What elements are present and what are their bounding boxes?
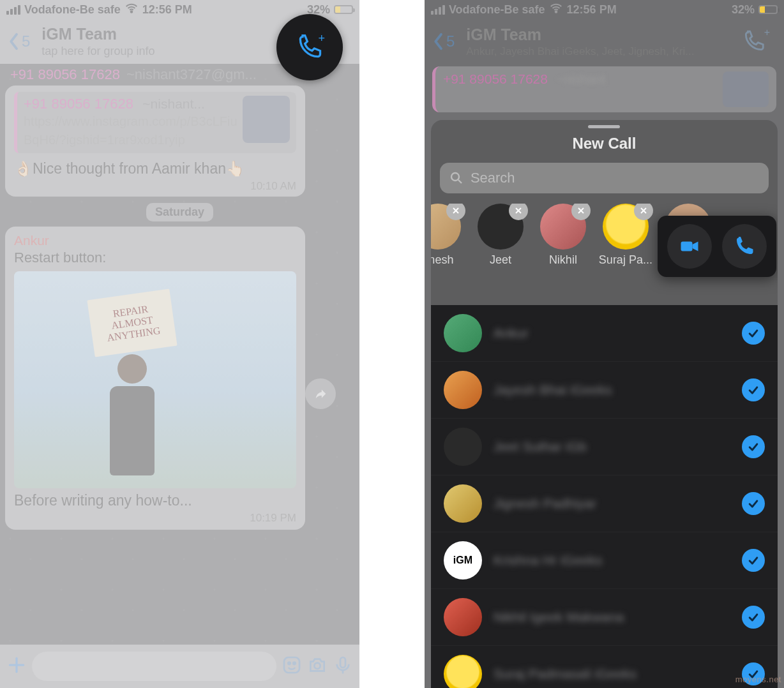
clock-label: 12:56 PM: [567, 3, 617, 17]
dimmed-chat-preview: +91 89056 17628 ~nishant: [432, 66, 776, 117]
wifi-icon: [549, 1, 563, 19]
signal-icon: [431, 5, 445, 15]
search-placeholder: Search: [471, 170, 515, 186]
watermark: moyens.net: [735, 675, 781, 684]
participant-name: Jeet: [471, 253, 531, 267]
stub-phone: +91 89056 17628: [443, 71, 548, 87]
contact-name: Jayesh Bhai iGeeks: [494, 382, 730, 398]
header-title-area[interactable]: iGM Team Ankur, Jayesh Bhai iGeeks, Jeet…: [466, 26, 776, 58]
battery-pct-label: 32%: [732, 3, 755, 17]
svg-point-9: [555, 11, 557, 13]
video-call-button[interactable]: [667, 224, 712, 269]
quote-link[interactable]: https://www.instagram.com/p/B3cLFiuBqH6/…: [24, 112, 237, 149]
participant-name: Suraj Pa...: [596, 253, 656, 267]
clock-label: 12:56 PM: [142, 3, 192, 17]
contact-row[interactable]: iGM Krishna Hr iGeeks: [431, 532, 778, 589]
svg-point-0: [130, 11, 132, 13]
message-bubble[interactable]: +91 89056 17628 ~nishant... https://www.…: [5, 86, 305, 197]
forward-button[interactable]: [305, 378, 336, 409]
contact-row[interactable]: Suraj Padmasali iGeeks: [431, 646, 778, 688]
selected-participant[interactable]: Suraj Pa...: [596, 204, 656, 267]
svg-rect-7: [340, 657, 345, 668]
svg-point-5: [293, 662, 295, 664]
mic-button[interactable]: [333, 655, 353, 678]
checked-icon[interactable]: [742, 322, 765, 345]
contact-row[interactable]: Nikhil Igeek Makwana: [431, 589, 778, 646]
remove-button[interactable]: [634, 204, 653, 220]
contact-name: Krishna Hr iGeeks: [494, 553, 730, 568]
contact-row[interactable]: Ankur: [431, 305, 778, 362]
chat-title: iGM Team: [466, 26, 776, 44]
participant-name: gnesh: [431, 253, 468, 267]
selected-participant[interactable]: Nikhil: [533, 204, 593, 267]
quote-phone: +91 89056 17628: [24, 96, 133, 112]
sign-in-image: REPAIR ALMOST ANYTHING: [87, 289, 177, 357]
participant-name: Nikhil: [533, 253, 593, 267]
message-image[interactable]: REPAIR ALMOST ANYTHING: [14, 271, 296, 488]
contact-list[interactable]: Ankur Jayesh Bhai iGeeks Jeet Suthar iGb…: [431, 305, 778, 688]
checked-icon[interactable]: [742, 606, 765, 629]
attach-button[interactable]: [6, 655, 27, 678]
call-type-actions: [658, 216, 776, 277]
chat-subtitle: Ankur, Jayesh Bhai iGeeks, Jeet, Jignesh…: [466, 45, 776, 58]
selected-participant[interactable]: gnesh: [431, 204, 468, 267]
quote-block[interactable]: +91 89056 17628 ~nishant... https://www.…: [14, 92, 296, 153]
avatar: [444, 428, 482, 466]
avatar: [444, 655, 482, 688]
checked-icon[interactable]: [742, 492, 765, 515]
camera-button[interactable]: [307, 655, 328, 678]
contact-name: Nikhil Igeek Makwana: [494, 609, 730, 625]
right-screenshot: Vodafone-Be safe 12:56 PM 32% 5 iGM Team…: [425, 0, 784, 688]
contact-row[interactable]: Jayesh Bhai iGeeks: [431, 362, 778, 419]
wifi-icon: [124, 1, 139, 19]
svg-rect-3: [284, 657, 299, 673]
svg-point-6: [314, 663, 320, 669]
svg-point-4: [288, 662, 290, 664]
message-caption: Before writing any how-to...: [14, 492, 296, 509]
grabber-icon[interactable]: [588, 125, 620, 128]
search-icon: [449, 170, 464, 186]
remove-button[interactable]: [446, 204, 465, 220]
cutoff-phone: +91 89056 17628: [10, 66, 120, 83]
svg-line-11: [458, 180, 462, 183]
checked-icon[interactable]: [742, 378, 765, 401]
message-time: 10:10 AM: [14, 180, 296, 193]
carrier-label: Vodafone-Be safe: [24, 3, 121, 17]
contact-row[interactable]: Jignesh Padhiyar: [431, 475, 778, 532]
voice-call-button[interactable]: [722, 224, 767, 269]
quote-thumbnail: [243, 96, 290, 143]
message-text: 👌🏻Nice thought from Aamir khan👆🏻: [14, 158, 296, 179]
remove-button[interactable]: [571, 204, 591, 220]
chat-body[interactable]: +91 89056 17628 ~nishant3727@gm... +91 8…: [0, 64, 359, 645]
contact-name: Ankur: [494, 325, 730, 341]
avatar: iGM: [444, 541, 482, 580]
sheet-title: New Call: [431, 135, 778, 153]
message-input[interactable]: [32, 652, 276, 681]
remove-button[interactable]: [509, 204, 528, 220]
stub-thumbnail: [723, 71, 769, 107]
sticker-button[interactable]: [282, 655, 302, 678]
chat-header: 5 iGM Team Ankur, Jayesh Bhai iGeeks, Je…: [425, 19, 784, 64]
message-time: 10:19 PM: [14, 512, 296, 525]
back-button[interactable]: 5: [432, 32, 455, 51]
back-count-label: 5: [22, 33, 30, 50]
signal-icon: [6, 5, 20, 15]
new-call-sheet: New Call Search gnesh Jeet Nikhil: [431, 120, 778, 688]
selected-participant[interactable]: Jeet: [471, 204, 531, 267]
search-input[interactable]: Search: [440, 163, 769, 193]
input-bar: [0, 645, 359, 688]
message-bubble[interactable]: Ankur Restart button: REPAIR ALMOST ANYT…: [5, 227, 305, 530]
avatar: [444, 371, 482, 409]
contact-row[interactable]: Jeet Suthar iGb: [431, 419, 778, 475]
battery-icon: [334, 5, 353, 14]
avatar: [444, 598, 482, 636]
checked-icon[interactable]: [742, 435, 765, 458]
group-call-button[interactable]: +: [276, 14, 343, 80]
carrier-label: Vodafone-Be safe: [449, 3, 545, 17]
svg-point-10: [451, 173, 459, 181]
checked-icon[interactable]: [742, 549, 765, 572]
contact-name: Suraj Padmasali iGeeks: [494, 666, 730, 682]
status-bar: Vodafone-Be safe 12:56 PM 32%: [425, 0, 784, 19]
contact-name: Jeet Suthar iGb: [494, 439, 730, 454]
back-button[interactable]: 5: [8, 32, 30, 51]
